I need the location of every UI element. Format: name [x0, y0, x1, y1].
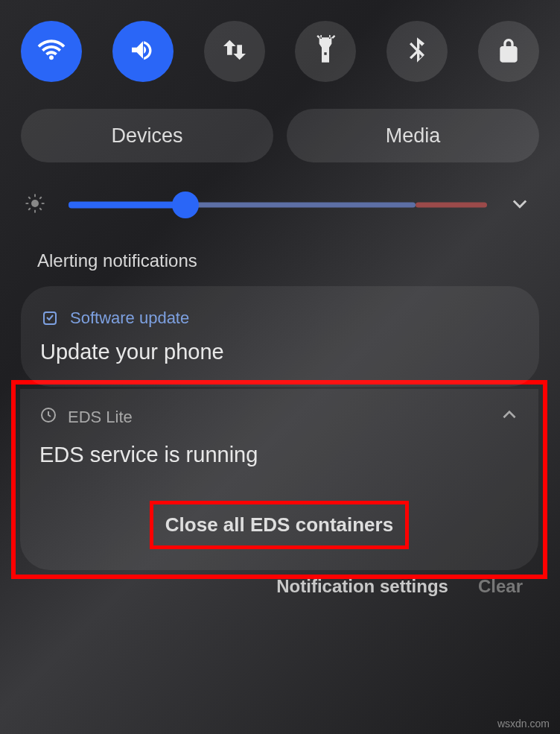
- close-containers-button[interactable]: Close all EDS containers: [150, 501, 409, 549]
- watermark: wsxdn.com: [497, 718, 550, 730]
- collapse-button[interactable]: [500, 405, 519, 429]
- bluetooth-toggle[interactable]: [386, 21, 448, 82]
- notification-app-name: EDS Lite: [68, 408, 133, 427]
- download-icon: [40, 309, 60, 328]
- data-swap-icon: [220, 35, 249, 68]
- volume-icon: [128, 35, 158, 68]
- svg-line-7: [28, 208, 31, 210]
- notification-title: Update your phone: [40, 340, 520, 364]
- rotation-lock-toggle[interactable]: [478, 21, 539, 82]
- flashlight-toggle[interactable]: [295, 21, 356, 82]
- svg-point-0: [31, 200, 39, 207]
- sound-toggle[interactable]: [112, 21, 174, 82]
- wifi-icon: [36, 35, 66, 68]
- quick-toggles-row: [21, 21, 539, 82]
- notification-card-software-update[interactable]: Software update Update your phone: [21, 286, 539, 387]
- notification-settings-link[interactable]: Notification settings: [276, 576, 448, 597]
- bluetooth-icon: [402, 35, 432, 68]
- brightness-row: [21, 192, 539, 250]
- media-chip[interactable]: Media: [287, 109, 539, 162]
- notification-app-name: Software update: [70, 309, 189, 328]
- svg-line-8: [39, 197, 42, 199]
- footer-actions: Notification settings Clear: [0, 576, 560, 597]
- clear-button[interactable]: Clear: [478, 576, 523, 597]
- svg-line-5: [28, 197, 31, 199]
- notification-card-eds[interactable]: EDS Lite EDS service is running Close al…: [20, 389, 538, 570]
- notification-panel: Devices Media Alerting notifications Sof…: [0, 0, 560, 387]
- section-title: Alerting notifications: [37, 250, 539, 271]
- brightness-slider[interactable]: [69, 196, 487, 214]
- slider-thumb[interactable]: [172, 192, 199, 218]
- sun-icon: [24, 192, 46, 218]
- data-toggle[interactable]: [204, 21, 265, 82]
- expand-toggles-button[interactable]: [509, 193, 536, 217]
- wifi-toggle[interactable]: [21, 21, 82, 82]
- highlighted-notification: EDS Lite EDS service is running Close al…: [11, 380, 547, 579]
- svg-line-6: [39, 208, 42, 210]
- lock-icon: [494, 35, 524, 68]
- devices-chip[interactable]: Devices: [21, 109, 273, 162]
- clock-icon: [39, 406, 57, 428]
- notification-title: EDS service is running: [39, 443, 519, 467]
- flashlight-icon: [311, 35, 340, 68]
